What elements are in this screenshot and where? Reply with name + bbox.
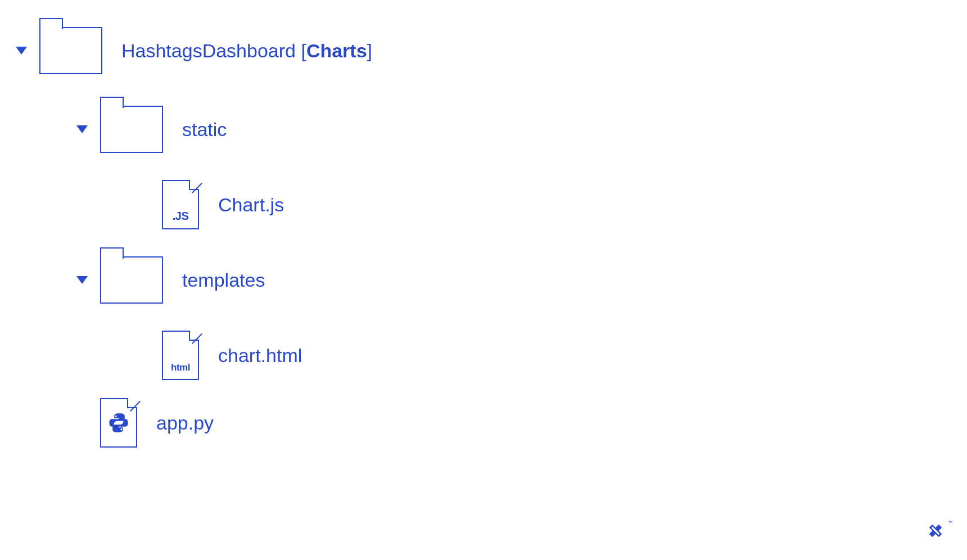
toptal-logo: ™ — [922, 515, 954, 549]
file-tree: HashtagsDashboard [Charts] static .JS Ch… — [0, 0, 967, 448]
node-label-chartjs: Chart.js — [218, 195, 284, 214]
file-badge: html — [171, 362, 190, 373]
python-file-icon — [100, 398, 137, 448]
chevron-down-icon[interactable] — [75, 273, 89, 287]
svg-marker-1 — [76, 125, 88, 133]
node-label-apppy: app.py — [156, 413, 214, 432]
trademark-symbol: ™ — [948, 520, 952, 525]
folder-icon — [39, 27, 102, 74]
folder-icon — [100, 106, 163, 153]
python-icon — [107, 412, 130, 434]
tree-node-chartjs[interactable]: .JS Chart.js — [15, 180, 967, 229]
folder-icon — [100, 256, 163, 304]
svg-marker-2 — [76, 276, 88, 284]
tree-node-static[interactable]: static — [15, 106, 967, 153]
node-label-charthtml: chart.html — [218, 346, 302, 365]
file-badge: .JS — [173, 210, 189, 223]
tree-node-root[interactable]: HashtagsDashboard [Charts] — [15, 27, 967, 74]
chevron-down-icon[interactable] — [75, 123, 89, 136]
tree-node-charthtml[interactable]: html chart.html — [15, 331, 967, 380]
node-label-static: static — [182, 120, 227, 139]
node-label-templates: templates — [182, 270, 265, 290]
html-file-icon: html — [162, 331, 199, 380]
node-label-root: HashtagsDashboard [Charts] — [121, 41, 372, 60]
js-file-icon: .JS — [162, 180, 199, 229]
tree-node-templates[interactable]: templates — [15, 256, 967, 304]
chevron-down-icon[interactable] — [15, 44, 28, 57]
svg-marker-0 — [16, 47, 27, 55]
tree-node-apppy[interactable]: app.py — [15, 398, 967, 448]
